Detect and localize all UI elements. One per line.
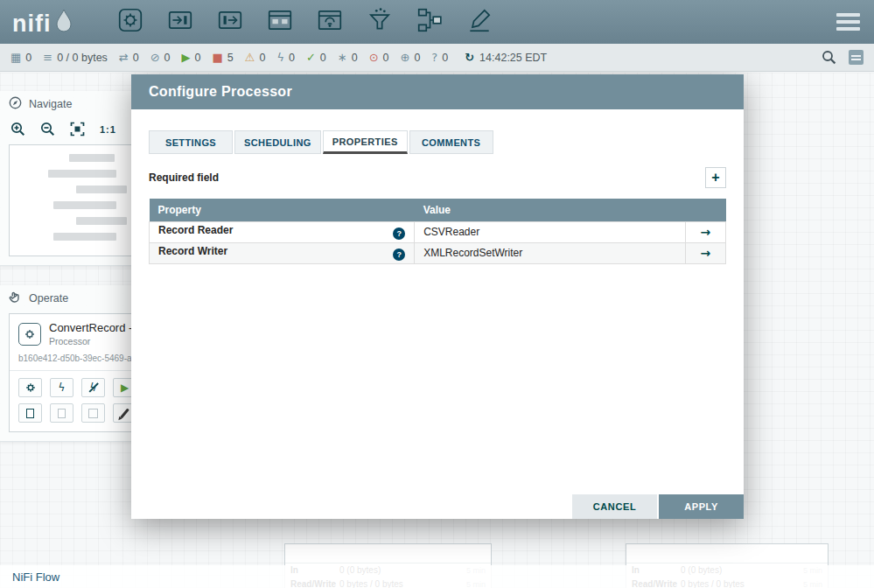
hamburger-icon (836, 13, 860, 17)
selected-component-name: ConvertRecord - C (49, 321, 143, 334)
processor-node-header (626, 544, 828, 564)
properties-table-header: Property Value (150, 199, 726, 221)
goto-cell: → (685, 221, 725, 242)
goto-service-button[interactable]: → (701, 246, 711, 260)
zoom-in-icon (10, 122, 25, 136)
minimap-node-bar (48, 170, 116, 178)
properties-toolbar: Required field + (149, 167, 726, 188)
refresh-icon: ↻ (465, 51, 474, 64)
value-cell[interactable]: XMLRecordSetWriter (415, 242, 686, 263)
invalid-icon: ⚠ (245, 51, 255, 64)
process-group-component-button[interactable] (264, 6, 296, 38)
nifi-drop-icon (55, 9, 73, 36)
up-to-date-icon: ✓ (306, 51, 316, 64)
refresh-button[interactable]: ↻ 14:42:25 EDT (465, 51, 547, 64)
sync-failure-icon: ? (431, 51, 437, 64)
value-cell[interactable]: CSVReader (415, 221, 686, 242)
queued-icon: ≡ (43, 51, 52, 64)
template-component-button[interactable] (414, 6, 445, 38)
status-locally-modified: ∗ 0 (338, 51, 358, 64)
stale-count: 0 (383, 52, 389, 64)
stopped-icon: ■ (213, 51, 223, 64)
paste-button[interactable] (50, 403, 73, 423)
property-cell: Record Reader ? (150, 221, 415, 242)
help-icon[interactable]: ? (393, 248, 405, 261)
enable-button[interactable]: ϟ (50, 378, 73, 397)
minimap-node-bar (76, 217, 127, 225)
add-property-button[interactable]: + (705, 167, 726, 188)
output-port-component-button[interactable] (214, 6, 246, 38)
tab-comments[interactable]: COMMENTS (409, 130, 493, 154)
zoom-actual-button[interactable]: 1:1 (100, 124, 116, 135)
minimap-node-bar (53, 233, 116, 241)
active-threads-count: 0 (25, 52, 31, 64)
nifi-logo: nifi (12, 9, 73, 36)
processor-component-button[interactable] (115, 6, 146, 38)
zoom-out-button[interactable] (40, 122, 55, 136)
funnel-component-button[interactable] (364, 6, 395, 38)
global-menu-button[interactable] (836, 13, 860, 31)
selected-component-type: Processor (49, 336, 143, 346)
processor-icon (116, 6, 144, 38)
last-refresh-time: 14:42:25 EDT (479, 52, 547, 64)
apply-button[interactable]: APPLY (659, 494, 744, 519)
breadcrumb-nifi-flow[interactable]: NiFi Flow (12, 570, 59, 584)
status-invalid: ⚠ 0 (245, 51, 266, 64)
goto-service-button[interactable]: → (701, 225, 711, 239)
sync-failure-count: 0 (442, 52, 448, 64)
disabled-count: 0 (289, 52, 295, 64)
funnel-icon (366, 6, 394, 38)
nifi-app: nifi (0, 0, 874, 588)
slash-icon (88, 383, 98, 393)
operate-title: Operate (29, 292, 68, 304)
bulletin-board-button[interactable] (849, 50, 864, 65)
active-threads-icon: ▦ (10, 51, 21, 64)
not-transmitting-icon: ⊘ (150, 51, 160, 64)
copy-button[interactable] (18, 403, 42, 423)
group-icon (88, 409, 98, 418)
tab-scheduling[interactable]: SCHEDULING (234, 130, 321, 154)
zoom-fit-button[interactable] (70, 122, 85, 136)
stopped-count: 5 (227, 52, 234, 64)
cancel-button[interactable]: CANCEL (572, 494, 657, 519)
tab-settings[interactable]: SETTINGS (149, 130, 233, 154)
status-queued: ≡ 0 / 0 bytes (43, 51, 108, 64)
logo-text: nifi (12, 12, 52, 36)
status-up-to-date: ✓ 0 (306, 51, 326, 64)
help-icon[interactable]: ? (393, 228, 405, 240)
component-toolbar (115, 6, 495, 38)
invalid-count: 0 (259, 52, 265, 64)
property-name: Record Reader (158, 224, 233, 236)
template-icon (416, 6, 444, 38)
copy-icon (26, 409, 34, 418)
processor-node-header (285, 544, 491, 564)
status-bar-right (822, 50, 864, 65)
not-transmitting-count: 0 (164, 52, 171, 64)
table-row: Record Writer ? XMLRecordSetWriter → (150, 242, 726, 263)
breadcrumb: NiFi Flow (0, 565, 874, 588)
status-disabled: ϟ 0 (276, 51, 295, 64)
configure-processor-dialog: Configure Processor SETTINGS SCHEDULING … (131, 74, 744, 519)
group-button[interactable] (81, 403, 105, 423)
transmitting-count: 0 (133, 52, 139, 64)
disabled-icon: ϟ (276, 51, 284, 64)
zoom-in-button[interactable] (10, 122, 25, 136)
input-port-component-button[interactable] (164, 6, 196, 38)
running-icon: ▶ (182, 51, 191, 64)
search-button[interactable] (822, 50, 836, 65)
navigate-icon (9, 96, 22, 112)
locally-modified-stale-icon: ⊕ (400, 51, 409, 64)
minimap-node-bar (76, 186, 127, 193)
disable-button[interactable]: ϟ (81, 378, 105, 397)
configure-button[interactable] (18, 378, 42, 397)
dialog-title: Configure Processor (131, 74, 744, 109)
status-bar: ▦ 0 ≡ 0 / 0 bytes ⇄ 0 ⊘ 0 ▶ 0 ■ 5 ⚠ 0 ϟ (0, 44, 874, 72)
locally-modified-stale-count: 0 (414, 52, 420, 64)
up-to-date-count: 0 (320, 52, 326, 64)
transmitting-icon: ⇄ (119, 51, 129, 64)
label-component-button[interactable] (464, 6, 495, 38)
tab-properties[interactable]: PROPERTIES (323, 130, 408, 154)
remote-process-group-component-button[interactable] (314, 6, 346, 38)
status-not-transmitting: ⊘ 0 (150, 51, 171, 64)
properties-table: Property Value Record Reader ? CSVReader… (149, 199, 726, 264)
